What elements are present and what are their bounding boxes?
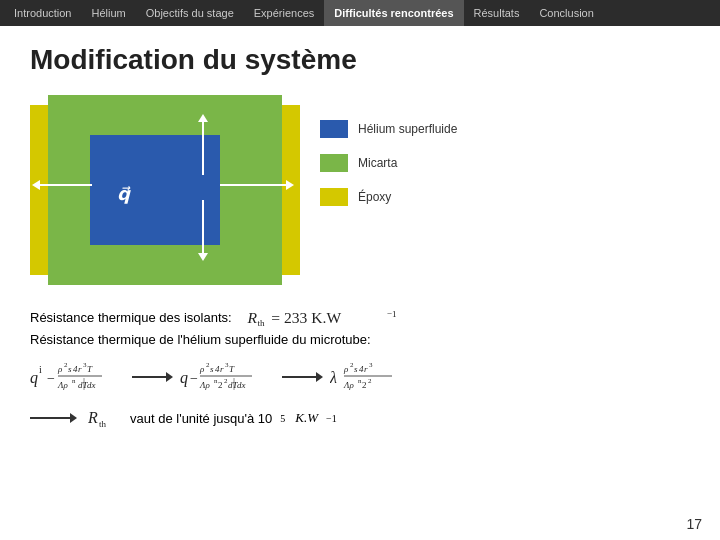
nav-resultats[interactable]: Résultats xyxy=(464,0,530,26)
svg-text:λ: λ xyxy=(330,369,337,386)
svg-text:r: r xyxy=(364,364,368,374)
conclusion-unit: K.W xyxy=(295,410,318,426)
conclusion-exp: 5 xyxy=(280,413,285,424)
svg-text:2: 2 xyxy=(218,380,223,390)
page-title: Modification du système xyxy=(30,44,690,76)
legend-micarta: Micarta xyxy=(320,154,457,172)
epoxy-label: Époxy xyxy=(358,190,391,204)
arrow-down-icon xyxy=(202,200,204,255)
formula-chain-line: q i − ρ 2 s 4 r 3 T Λρ n dT dx xyxy=(30,355,690,399)
svg-text:−: − xyxy=(47,371,55,386)
nav-experiences[interactable]: Expériences xyxy=(244,0,325,26)
equations-section: Résistance thermique des isolants: R th … xyxy=(30,306,690,429)
svg-text:q: q xyxy=(180,369,188,387)
svg-text:s: s xyxy=(68,364,72,374)
conclusion-line: R th vaut de l'unité jusqu'à 10 5 K.W −1 xyxy=(30,407,690,429)
legend-helium: Hélium superfluide xyxy=(320,120,457,138)
nav-helium[interactable]: Hélium xyxy=(81,0,135,26)
helium-resistance-label: Résistance thermique de l'hélium superfl… xyxy=(30,332,371,347)
svg-text:T: T xyxy=(229,364,235,374)
resistance-label: Résistance thermique des isolants: xyxy=(30,310,232,325)
nav-conclusion[interactable]: Conclusion xyxy=(529,0,603,26)
nav-introduction[interactable]: Introduction xyxy=(4,0,81,26)
svg-text:r: r xyxy=(78,364,82,374)
legend-epoxy: Époxy xyxy=(320,188,457,206)
svg-text:th: th xyxy=(257,318,265,328)
svg-text:r: r xyxy=(220,364,224,374)
main-content: Modification du système q⃗ Hélium s xyxy=(0,26,720,439)
q-vector-label: q⃗ xyxy=(115,180,143,212)
epoxy-color-swatch xyxy=(320,188,348,206)
svg-text:q⃗: q⃗ xyxy=(117,184,131,204)
svg-text:th: th xyxy=(99,419,107,429)
resistance-line: Résistance thermique des isolants: R th … xyxy=(30,306,690,328)
svg-text:s: s xyxy=(210,364,214,374)
helium-label: Hélium superfluide xyxy=(358,122,457,136)
svg-text:−1: −1 xyxy=(386,309,396,319)
svg-text:3: 3 xyxy=(369,361,373,369)
svg-text:s: s xyxy=(354,364,358,374)
lambda-formula: λ ρ 2 s 4 r 3 Λρ n 2 2 xyxy=(330,355,400,399)
svg-text:T: T xyxy=(87,364,93,374)
svg-text:R: R xyxy=(88,409,98,426)
helium-layer xyxy=(90,135,220,245)
arrow-right-icon xyxy=(220,184,288,186)
diagram: q⃗ xyxy=(30,90,300,290)
arrow-left-icon xyxy=(38,184,92,186)
svg-text:R: R xyxy=(246,309,257,326)
svg-text:2: 2 xyxy=(362,380,367,390)
arrow-up-icon xyxy=(202,120,204,175)
svg-text:−: − xyxy=(190,371,198,386)
svg-text:2: 2 xyxy=(368,377,372,385)
nav-objectifs[interactable]: Objectifs du stage xyxy=(136,0,244,26)
svg-text:Λρ: Λρ xyxy=(343,380,354,390)
q-formula: q − ρ 2 s 4 r 3 T Λρ n 2 2 dT dx xyxy=(180,355,270,399)
svg-text:ρ: ρ xyxy=(57,364,63,374)
nav-difficultes[interactable]: Difficultés rencontrées xyxy=(324,0,463,26)
svg-text:i: i xyxy=(39,364,42,375)
diagram-section: q⃗ Hélium superfluide Micarta Époxy xyxy=(30,90,690,290)
svg-text:Λρ: Λρ xyxy=(57,380,68,390)
rth-formula: R th = 233 K.W −1 xyxy=(240,306,420,328)
svg-text:dx: dx xyxy=(237,380,246,390)
svg-text:ρ: ρ xyxy=(343,364,349,374)
svg-text:dx: dx xyxy=(87,380,96,390)
rth-inline: R th xyxy=(88,407,120,429)
micarta-label: Micarta xyxy=(358,156,397,170)
svg-text:= 233 K.W: = 233 K.W xyxy=(271,309,341,326)
conclusion-text: vaut de l'unité jusqu'à 10 xyxy=(130,411,272,426)
helium-color-swatch xyxy=(320,120,348,138)
qi-formula: q i − ρ 2 s 4 r 3 T Λρ n dT dx xyxy=(30,355,120,399)
conclusion-unit-exp: −1 xyxy=(326,413,337,424)
micarta-color-swatch xyxy=(320,154,348,172)
navigation-bar: Introduction Hélium Objectifs du stage E… xyxy=(0,0,720,26)
page-number: 17 xyxy=(686,516,702,532)
svg-text:q: q xyxy=(30,369,38,387)
svg-text:n: n xyxy=(72,377,76,385)
legend: Hélium superfluide Micarta Époxy xyxy=(320,90,457,206)
helium-resistance-line: Résistance thermique de l'hélium superfl… xyxy=(30,332,690,347)
svg-text:Λρ: Λρ xyxy=(199,380,210,390)
svg-text:ρ: ρ xyxy=(199,364,205,374)
